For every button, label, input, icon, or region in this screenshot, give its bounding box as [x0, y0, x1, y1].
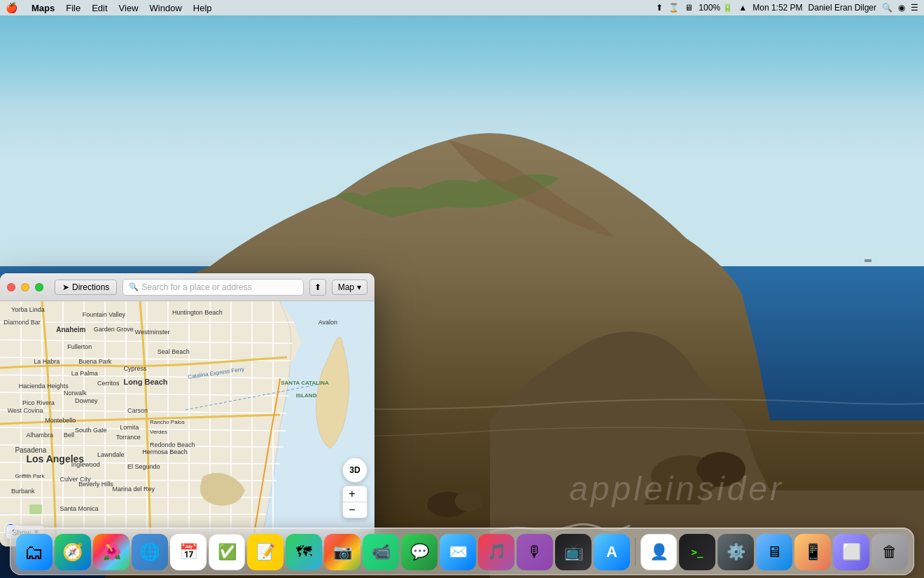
dock-icon-maps[interactable]: 🗺: [286, 534, 322, 570]
dock-icon-mail[interactable]: ✉️: [440, 534, 476, 570]
menubar-timemachine-icon[interactable]: ⌛: [668, 3, 679, 13]
apple-menu[interactable]: 🍎: [6, 2, 18, 13]
dock-icon-music[interactable]: 🎵: [478, 534, 514, 570]
map-svg: 405: [0, 301, 374, 546]
dock-icon-podcasts[interactable]: 🎙: [517, 534, 553, 570]
svg-line-19: [0, 514, 266, 515]
menu-edit[interactable]: Edit: [92, 3, 107, 13]
minimize-button[interactable]: [21, 283, 29, 291]
dock-icon-reminders[interactable]: ✅: [209, 534, 245, 570]
menubar-user[interactable]: Daniel Eran Dilger: [808, 3, 876, 13]
desktop: appleinsider 🍎 Maps File Edit View Windo…: [0, 0, 924, 578]
dock-icon-messages[interactable]: 💬: [401, 534, 438, 570]
svg-rect-34: [29, 504, 42, 514]
menubar: 🍎 Maps File Edit View Window Help ⬆ ⌛ 🖥 …: [0, 0, 924, 15]
zoom-in-button[interactable]: +: [343, 486, 361, 502]
dock-icon-trash[interactable]: 🗑: [872, 534, 908, 570]
svg-point-5: [455, 490, 483, 511]
search-placeholder: Search for a place or address: [141, 282, 251, 292]
zoom-out-button[interactable]: −: [343, 502, 361, 518]
dock-icon-misc2[interactable]: 🖥: [756, 534, 792, 570]
app-name[interactable]: Maps: [31, 3, 55, 13]
search-icon: 🔍: [129, 282, 139, 291]
menubar-wifi-icon[interactable]: ▲: [738, 3, 747, 13]
dock-icon-finder[interactable]: 🗂: [16, 534, 52, 570]
dock-icon-photos[interactable]: 🌺: [93, 534, 130, 570]
menu-window[interactable]: Window: [150, 3, 182, 13]
menu-file[interactable]: File: [66, 3, 80, 13]
dock-icon-photos2[interactable]: 📷: [324, 534, 360, 570]
dock-icon-misc1[interactable]: ⚙️: [718, 534, 754, 570]
search-bar[interactable]: 🔍 Search for a place or address: [122, 279, 303, 296]
directions-label: Directions: [72, 282, 109, 292]
menubar-search-icon[interactable]: 🔍: [882, 3, 892, 13]
window-titlebar: ➤ Directions 🔍 Search for a place or add…: [0, 273, 374, 301]
3d-button[interactable]: 3D: [342, 457, 368, 483]
maps-window: ➤ Directions 🔍 Search for a place or add…: [0, 273, 374, 546]
location-arrow-icon: ➤: [62, 282, 69, 292]
chevron-down-icon: ▾: [357, 282, 361, 292]
dock-icon-globe[interactable]: 🌐: [132, 534, 168, 570]
dock-icon-terminal[interactable]: >_: [679, 534, 715, 570]
map-controls: 3D + −: [342, 457, 368, 518]
dock-icon-tv[interactable]: 📺: [555, 534, 592, 570]
dock-icon-calendar[interactable]: 📅: [170, 534, 206, 570]
menubar-siri-icon[interactable]: ◉: [898, 3, 905, 13]
svg-point-3: [696, 452, 746, 487]
menu-help[interactable]: Help: [193, 3, 212, 13]
menubar-control-center[interactable]: ☰: [911, 3, 918, 13]
maximize-button[interactable]: [35, 283, 43, 291]
svg-rect-6: [864, 259, 872, 262]
share-icon: ⬆: [314, 282, 321, 292]
dock-icon-contacts[interactable]: 👤: [640, 534, 677, 570]
dock-icon-misc4[interactable]: ⬜: [833, 534, 869, 570]
menubar-battery[interactable]: 100% 🔋: [699, 3, 733, 13]
zoom-controls: + −: [342, 486, 368, 518]
map-type-dropdown[interactable]: Map ▾: [332, 280, 368, 295]
dock-icon-appstore[interactable]: A: [594, 534, 630, 570]
directions-button[interactable]: ➤ Directions: [55, 280, 117, 295]
dock-icon-safari[interactable]: 🧭: [55, 534, 91, 570]
dock-icon-notes[interactable]: 📝: [247, 534, 284, 570]
map-area[interactable]: 405 Fountain Valley Huntington Beach Ana…: [0, 301, 374, 546]
menubar-datetime[interactable]: Mon 1:52 PM: [752, 3, 802, 13]
close-button[interactable]: [7, 283, 15, 291]
dock-separator-1: [635, 537, 636, 565]
menubar-display-icon[interactable]: 🖥: [685, 3, 693, 13]
menu-view[interactable]: View: [119, 3, 139, 13]
dock-icon-facetime[interactable]: 📹: [363, 534, 399, 570]
menubar-location-icon: ⬆: [656, 3, 663, 13]
dock: 🗂 🧭 🌺 🌐 📅 ✅ 📝 🗺 📷 📹 💬 ✉️ 🎵 🎙 📺 A 👤 >_ ⚙️…: [10, 528, 914, 575]
share-button[interactable]: ⬆: [309, 279, 326, 296]
map-type-label: Map: [338, 282, 354, 292]
dock-icon-misc3[interactable]: 📱: [794, 534, 831, 570]
